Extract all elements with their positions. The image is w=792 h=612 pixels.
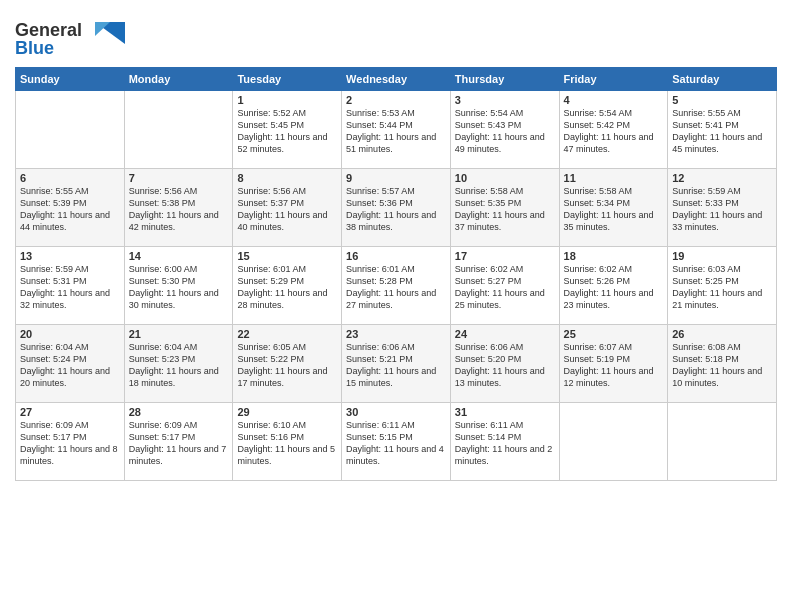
day-number: 20: [20, 328, 120, 340]
day-info: Sunrise: 6:04 AM Sunset: 5:23 PM Dayligh…: [129, 341, 229, 390]
calendar-cell: 29Sunrise: 6:10 AM Sunset: 5:16 PM Dayli…: [233, 403, 342, 481]
day-info: Sunrise: 6:09 AM Sunset: 5:17 PM Dayligh…: [20, 419, 120, 468]
day-number: 5: [672, 94, 772, 106]
calendar-cell: 2Sunrise: 5:53 AM Sunset: 5:44 PM Daylig…: [342, 91, 451, 169]
svg-text:Blue: Blue: [15, 38, 54, 58]
day-info: Sunrise: 6:11 AM Sunset: 5:15 PM Dayligh…: [346, 419, 446, 468]
calendar-header-row: SundayMondayTuesdayWednesdayThursdayFrid…: [16, 68, 777, 91]
day-info: Sunrise: 6:00 AM Sunset: 5:30 PM Dayligh…: [129, 263, 229, 312]
day-number: 2: [346, 94, 446, 106]
day-info: Sunrise: 5:57 AM Sunset: 5:36 PM Dayligh…: [346, 185, 446, 234]
day-info: Sunrise: 5:59 AM Sunset: 5:33 PM Dayligh…: [672, 185, 772, 234]
calendar-cell: 23Sunrise: 6:06 AM Sunset: 5:21 PM Dayli…: [342, 325, 451, 403]
day-number: 31: [455, 406, 555, 418]
calendar-cell: [16, 91, 125, 169]
calendar-cell: 6Sunrise: 5:55 AM Sunset: 5:39 PM Daylig…: [16, 169, 125, 247]
day-number: 28: [129, 406, 229, 418]
day-number: 24: [455, 328, 555, 340]
day-number: 29: [237, 406, 337, 418]
day-number: 10: [455, 172, 555, 184]
calendar-cell: 21Sunrise: 6:04 AM Sunset: 5:23 PM Dayli…: [124, 325, 233, 403]
calendar-cell: 20Sunrise: 6:04 AM Sunset: 5:24 PM Dayli…: [16, 325, 125, 403]
calendar-cell: 18Sunrise: 6:02 AM Sunset: 5:26 PM Dayli…: [559, 247, 668, 325]
calendar-cell: 4Sunrise: 5:54 AM Sunset: 5:42 PM Daylig…: [559, 91, 668, 169]
day-number: 11: [564, 172, 664, 184]
day-number: 23: [346, 328, 446, 340]
day-info: Sunrise: 6:04 AM Sunset: 5:24 PM Dayligh…: [20, 341, 120, 390]
day-info: Sunrise: 5:56 AM Sunset: 5:38 PM Dayligh…: [129, 185, 229, 234]
calendar-cell: 13Sunrise: 5:59 AM Sunset: 5:31 PM Dayli…: [16, 247, 125, 325]
day-info: Sunrise: 6:07 AM Sunset: 5:19 PM Dayligh…: [564, 341, 664, 390]
day-info: Sunrise: 6:05 AM Sunset: 5:22 PM Dayligh…: [237, 341, 337, 390]
day-number: 14: [129, 250, 229, 262]
day-number: 6: [20, 172, 120, 184]
day-info: Sunrise: 5:54 AM Sunset: 5:43 PM Dayligh…: [455, 107, 555, 156]
day-number: 1: [237, 94, 337, 106]
day-info: Sunrise: 6:01 AM Sunset: 5:28 PM Dayligh…: [346, 263, 446, 312]
calendar-cell: 7Sunrise: 5:56 AM Sunset: 5:38 PM Daylig…: [124, 169, 233, 247]
calendar-cell: 5Sunrise: 5:55 AM Sunset: 5:41 PM Daylig…: [668, 91, 777, 169]
calendar-week-row: 13Sunrise: 5:59 AM Sunset: 5:31 PM Dayli…: [16, 247, 777, 325]
weekday-header: Monday: [124, 68, 233, 91]
day-info: Sunrise: 5:55 AM Sunset: 5:41 PM Dayligh…: [672, 107, 772, 156]
day-info: Sunrise: 6:01 AM Sunset: 5:29 PM Dayligh…: [237, 263, 337, 312]
weekday-header: Wednesday: [342, 68, 451, 91]
calendar-cell: 16Sunrise: 6:01 AM Sunset: 5:28 PM Dayli…: [342, 247, 451, 325]
svg-text:General: General: [15, 20, 82, 40]
calendar-cell: 17Sunrise: 6:02 AM Sunset: 5:27 PM Dayli…: [450, 247, 559, 325]
calendar-week-row: 1Sunrise: 5:52 AM Sunset: 5:45 PM Daylig…: [16, 91, 777, 169]
day-info: Sunrise: 6:09 AM Sunset: 5:17 PM Dayligh…: [129, 419, 229, 468]
day-number: 15: [237, 250, 337, 262]
day-info: Sunrise: 6:10 AM Sunset: 5:16 PM Dayligh…: [237, 419, 337, 468]
day-info: Sunrise: 5:58 AM Sunset: 5:34 PM Dayligh…: [564, 185, 664, 234]
calendar-cell: 11Sunrise: 5:58 AM Sunset: 5:34 PM Dayli…: [559, 169, 668, 247]
day-info: Sunrise: 6:06 AM Sunset: 5:20 PM Dayligh…: [455, 341, 555, 390]
day-number: 7: [129, 172, 229, 184]
calendar-cell: 1Sunrise: 5:52 AM Sunset: 5:45 PM Daylig…: [233, 91, 342, 169]
day-number: 12: [672, 172, 772, 184]
day-info: Sunrise: 5:53 AM Sunset: 5:44 PM Dayligh…: [346, 107, 446, 156]
calendar-cell: 9Sunrise: 5:57 AM Sunset: 5:36 PM Daylig…: [342, 169, 451, 247]
weekday-header: Thursday: [450, 68, 559, 91]
calendar-week-row: 6Sunrise: 5:55 AM Sunset: 5:39 PM Daylig…: [16, 169, 777, 247]
calendar-cell: 30Sunrise: 6:11 AM Sunset: 5:15 PM Dayli…: [342, 403, 451, 481]
logo-svg: General Blue: [15, 14, 125, 59]
day-number: 27: [20, 406, 120, 418]
calendar-table: SundayMondayTuesdayWednesdayThursdayFrid…: [15, 67, 777, 481]
day-number: 25: [564, 328, 664, 340]
day-number: 9: [346, 172, 446, 184]
day-info: Sunrise: 5:55 AM Sunset: 5:39 PM Dayligh…: [20, 185, 120, 234]
day-info: Sunrise: 6:06 AM Sunset: 5:21 PM Dayligh…: [346, 341, 446, 390]
day-info: Sunrise: 5:52 AM Sunset: 5:45 PM Dayligh…: [237, 107, 337, 156]
day-info: Sunrise: 5:56 AM Sunset: 5:37 PM Dayligh…: [237, 185, 337, 234]
calendar-cell: 15Sunrise: 6:01 AM Sunset: 5:29 PM Dayli…: [233, 247, 342, 325]
day-number: 4: [564, 94, 664, 106]
day-number: 26: [672, 328, 772, 340]
calendar-cell: 12Sunrise: 5:59 AM Sunset: 5:33 PM Dayli…: [668, 169, 777, 247]
calendar-cell: 19Sunrise: 6:03 AM Sunset: 5:25 PM Dayli…: [668, 247, 777, 325]
header: General Blue: [15, 10, 777, 59]
day-number: 13: [20, 250, 120, 262]
calendar-cell: 3Sunrise: 5:54 AM Sunset: 5:43 PM Daylig…: [450, 91, 559, 169]
calendar-cell: 27Sunrise: 6:09 AM Sunset: 5:17 PM Dayli…: [16, 403, 125, 481]
calendar-cell: 10Sunrise: 5:58 AM Sunset: 5:35 PM Dayli…: [450, 169, 559, 247]
calendar-cell: [668, 403, 777, 481]
calendar-cell: 26Sunrise: 6:08 AM Sunset: 5:18 PM Dayli…: [668, 325, 777, 403]
day-info: Sunrise: 5:58 AM Sunset: 5:35 PM Dayligh…: [455, 185, 555, 234]
day-number: 16: [346, 250, 446, 262]
calendar-week-row: 20Sunrise: 6:04 AM Sunset: 5:24 PM Dayli…: [16, 325, 777, 403]
calendar-cell: 25Sunrise: 6:07 AM Sunset: 5:19 PM Dayli…: [559, 325, 668, 403]
calendar-cell: 22Sunrise: 6:05 AM Sunset: 5:22 PM Dayli…: [233, 325, 342, 403]
calendar-cell: [124, 91, 233, 169]
calendar-cell: 28Sunrise: 6:09 AM Sunset: 5:17 PM Dayli…: [124, 403, 233, 481]
day-number: 21: [129, 328, 229, 340]
calendar-week-row: 27Sunrise: 6:09 AM Sunset: 5:17 PM Dayli…: [16, 403, 777, 481]
day-info: Sunrise: 5:59 AM Sunset: 5:31 PM Dayligh…: [20, 263, 120, 312]
calendar-cell: 8Sunrise: 5:56 AM Sunset: 5:37 PM Daylig…: [233, 169, 342, 247]
calendar-container: General Blue SundayMondayTuesdayWednesda…: [0, 0, 792, 612]
day-info: Sunrise: 6:11 AM Sunset: 5:14 PM Dayligh…: [455, 419, 555, 468]
day-number: 8: [237, 172, 337, 184]
day-info: Sunrise: 5:54 AM Sunset: 5:42 PM Dayligh…: [564, 107, 664, 156]
day-number: 3: [455, 94, 555, 106]
logo: General Blue: [15, 14, 125, 59]
